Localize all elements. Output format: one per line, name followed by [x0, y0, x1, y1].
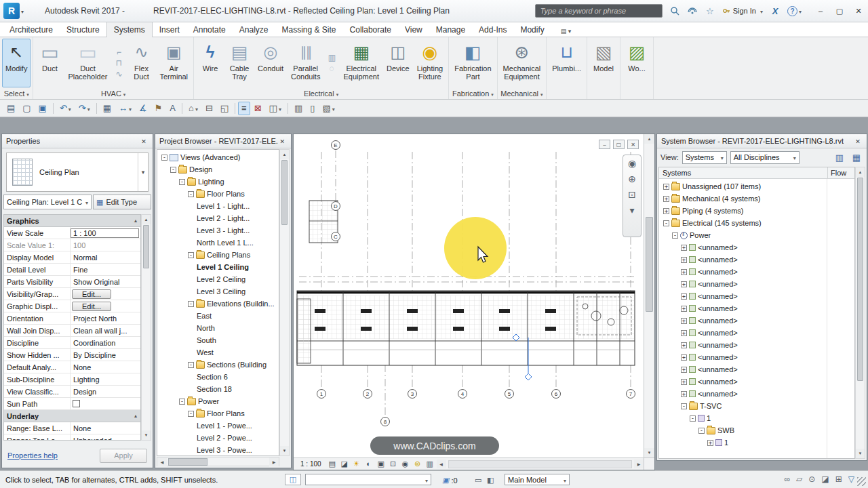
tree-expander-icon[interactable]: - — [188, 191, 194, 197]
ribbon-tab[interactable]: Massing & Site — [275, 22, 343, 37]
edit-type-button[interactable]: Edit Type — [93, 195, 151, 209]
ribbon-button[interactable]: Parallel Conduits — [288, 39, 323, 87]
conduit-fitting-icon[interactable] — [330, 64, 334, 73]
property-value[interactable]: 100 — [71, 241, 140, 249]
design-options-dropdown[interactable]: Main Model — [505, 474, 570, 485]
properties-help-link[interactable]: Properties help — [7, 451, 58, 460]
tree-item[interactable]: + <unnamed> — [659, 388, 854, 400]
ribbon-button[interactable]: Fabrication Part — [451, 39, 494, 87]
ribbon-panel-label[interactable]: Mechanical — [498, 87, 547, 99]
property-value[interactable] — [73, 400, 80, 407]
system-browser-title-bar[interactable]: System Browser - REVIT-2017-ELEC-LIGHTIN… — [657, 134, 867, 148]
project-browser-title-bar[interactable]: Project Browser - REVIT-2017-ELE... — [155, 134, 291, 148]
tree-item[interactable]: - Elevations (Buildin... — [157, 298, 279, 310]
tree-expander-icon[interactable]: + — [681, 391, 687, 397]
ribbon-button[interactable]: Duct — [35, 39, 64, 87]
tree-expander-icon[interactable]: - — [188, 301, 194, 307]
property-value[interactable]: Edit... — [72, 289, 111, 299]
property-value[interactable]: Design — [71, 388, 140, 396]
tree-item[interactable]: + <unnamed> — [659, 241, 854, 253]
property-value[interactable]: Project North — [71, 314, 140, 323]
tree-item[interactable]: - Sections (Building — [157, 359, 279, 371]
scroll-left-icon[interactable] — [157, 458, 167, 466]
ribbon-button[interactable]: Air Terminal — [157, 39, 192, 87]
ribbon-button[interactable]: Mechanical Equipment — [500, 39, 545, 87]
grid-bubble[interactable]: 7 — [626, 389, 635, 399]
systems-column-header[interactable]: Systems — [663, 169, 691, 177]
worksets-status-icon[interactable] — [285, 474, 301, 485]
ribbon-button[interactable]: Electrical Equipment — [340, 39, 382, 87]
tree-expander-icon[interactable]: - — [188, 362, 194, 368]
ribbon-panel-label[interactable] — [587, 87, 620, 99]
tree-item[interactable]: + <unnamed> — [659, 278, 854, 290]
select-by-face-toggle-icon[interactable]: ◪ — [821, 475, 829, 483]
tree-item[interactable]: Level 3 Ceiling — [157, 285, 279, 298]
property-value[interactable]: Coordination — [71, 339, 140, 347]
minimize-button-icon[interactable]: – — [811, 0, 830, 22]
qat-button[interactable]: ▣ — [35, 102, 50, 115]
ribbon-tab[interactable]: Analyze — [233, 22, 275, 37]
shadows-icon[interactable]: ◐ — [363, 460, 374, 468]
tree-expander-icon[interactable]: + — [663, 184, 669, 190]
ribbon-tab[interactable]: Annotate — [186, 22, 233, 37]
resize-grip[interactable] — [857, 477, 866, 486]
scroll-down-icon[interactable] — [280, 446, 289, 455]
property-value[interactable]: Lighting — [71, 375, 140, 384]
tree-expander-icon[interactable]: + — [681, 281, 687, 287]
tree-item[interactable]: Section 18 — [157, 383, 279, 395]
ribbon-button[interactable]: Conduit — [254, 39, 287, 87]
ribbon-tab[interactable]: Add-Ins — [472, 22, 513, 37]
temporary-hide-isolate-icon[interactable]: ◉ — [400, 460, 411, 468]
column-settings-icon[interactable] — [850, 151, 863, 164]
ribbon-button[interactable] — [112, 39, 127, 87]
tree-expander-icon[interactable]: - — [170, 167, 176, 173]
tree-expander-icon[interactable]: - — [179, 399, 185, 405]
tree-item[interactable]: + <unnamed> — [659, 314, 854, 327]
scroll-down-icon[interactable] — [142, 430, 151, 440]
drawing-canvas[interactable]: EDC12345678 www.CADclips.com –▢✕ ◉⊕⊡▾ — [294, 134, 644, 459]
grid-bubble[interactable]: D — [331, 201, 340, 211]
qat-button[interactable] — [53, 103, 54, 114]
tree-item[interactable]: + 1 — [659, 436, 854, 449]
tree-item[interactable]: - Views (Advanced) — [157, 151, 279, 163]
tree-item[interactable]: Section 6 — [157, 371, 279, 383]
filter-icon[interactable]: ▽ — [848, 475, 854, 483]
ribbon-panel-label[interactable]: HVAC — [33, 87, 193, 99]
tree-item[interactable]: Level 3 - Light... — [157, 224, 279, 237]
type-selector-caret-icon[interactable] — [138, 153, 148, 191]
tree-expander-icon[interactable]: + — [681, 367, 687, 373]
show-crop-icon[interactable]: ⊡ — [388, 460, 399, 468]
tree-item[interactable]: Level 2 - Light... — [157, 212, 279, 224]
ribbon-tab[interactable]: Modify — [513, 22, 551, 37]
sign-in-button[interactable]: Sign In — [722, 7, 763, 15]
worksets-dropdown[interactable] — [305, 474, 431, 485]
tree-item[interactable]: + Unassigned (107 items) — [659, 180, 854, 192]
ribbon-button[interactable]: Device — [383, 39, 413, 87]
ribbon-tab[interactable]: Architecture — [3, 22, 60, 37]
tree-item[interactable]: - Floor Plans — [157, 188, 279, 200]
qat-button[interactable]: ↔ — [115, 102, 135, 115]
tree-item[interactable]: Level 2 - Powe... — [157, 432, 279, 444]
tree-item[interactable]: - SWB — [659, 424, 854, 436]
ribbon-tab[interactable]: Systems — [106, 22, 153, 37]
qat-button[interactable] — [288, 103, 288, 114]
scroll-up-icon[interactable] — [142, 215, 151, 224]
tree-item[interactable]: East — [157, 310, 279, 322]
ribbon-button[interactable]: Flex Duct — [127, 39, 156, 87]
ribbon-button[interactable]: Cable Tray — [225, 39, 254, 87]
ribbon-button[interactable]: Modify — [2, 39, 31, 87]
discipline-dropdown[interactable]: All Disciplines — [730, 151, 800, 164]
grid-bubble[interactable]: 1 — [317, 389, 326, 399]
grid-bubble[interactable]: 5 — [505, 389, 514, 399]
tree-expander-icon[interactable]: + — [681, 245, 687, 251]
properties-filter-dropdown[interactable]: Ceiling Plan: Level 1 C — [3, 195, 92, 209]
tree-expander-icon[interactable]: + — [663, 196, 669, 202]
qat-button[interactable]: ◱ — [217, 102, 232, 115]
communication-center-icon[interactable] — [687, 6, 698, 16]
scroll-thumb[interactable] — [143, 225, 149, 268]
qat-button[interactable]: A — [166, 102, 179, 115]
tree-item[interactable]: - Ceiling Plans — [157, 249, 279, 261]
qat-button[interactable]: ∡ — [136, 102, 151, 115]
ribbon-tab[interactable]: Collaborate — [343, 22, 398, 37]
qat-button[interactable] — [182, 103, 182, 114]
